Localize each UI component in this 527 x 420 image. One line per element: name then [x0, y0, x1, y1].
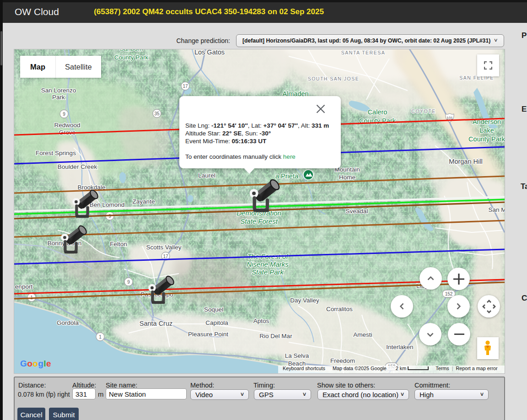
svg-text:Boulder Creek: Boulder Creek [58, 163, 97, 170]
svg-text:Zayante: Zayante [133, 198, 155, 205]
svg-text:Gordola: Gordola [57, 319, 79, 326]
svg-text:a Prieta: a Prieta [275, 172, 299, 180]
svg-text:Forest Springs: Forest Springs [36, 150, 76, 156]
svg-text:State Forest: State Forest [240, 217, 278, 225]
svg-text:Sanborn: Sanborn [119, 49, 143, 52]
svg-text:Lake: Lake [479, 127, 494, 134]
svg-text:Corralitos: Corralitos [326, 306, 353, 312]
svg-text:1: 1 [99, 334, 102, 339]
svg-text:1: 1 [30, 295, 33, 300]
svg-text:Aptos: Aptos [253, 318, 269, 324]
svg-text:Scotts Valley: Scotts Valley [146, 244, 181, 251]
svg-text:Santa Cruz: Santa Cruz [140, 320, 173, 327]
svg-text:9: 9 [127, 280, 130, 285]
svg-text:Freedom: Freedom [330, 357, 355, 364]
svg-text:17: 17 [183, 84, 188, 89]
svg-text:San M: San M [488, 206, 505, 213]
svg-text:Nisene Marks: Nisene Marks [247, 260, 289, 268]
svg-text:enport: enport [15, 283, 33, 290]
svg-text:Pleasure Point: Pleasure Point [188, 331, 228, 338]
svg-text:Los Gatos: Los Gatos [194, 49, 225, 56]
svg-text:Calero: Calero [368, 108, 387, 116]
svg-text:State Park: State Park [252, 268, 285, 276]
svg-text:152: 152 [445, 291, 453, 296]
svg-text:Felton: Felton [110, 241, 127, 248]
svg-text:35: 35 [154, 111, 160, 116]
svg-text:Laurel: Laurel [198, 172, 215, 179]
svg-text:Soquel: Soquel [204, 306, 223, 313]
svg-text:County Park: County Park [114, 54, 149, 61]
svg-text:Ben Lomond: Ben Lomond [90, 201, 125, 208]
svg-text:SOUTH SAN JOSE: SOUTH SAN JOSE [308, 76, 360, 81]
svg-text:Redwood: Redwood [54, 122, 80, 129]
svg-text:County Park: County Park [468, 135, 505, 143]
svg-text:17: 17 [163, 254, 168, 259]
svg-text:Morgan Hill: Morgan Hill [449, 158, 482, 165]
svg-text:La Selva: La Selva [285, 352, 309, 359]
svg-text:SANTA TERESA: SANTA TERESA [341, 50, 385, 55]
svg-text:Park: Park [52, 94, 65, 101]
svg-text:Interlaken: Interlaken [386, 344, 413, 350]
svg-text:Sveadal: Sveadal [346, 208, 368, 215]
svg-text:San Lorenzo: San Lorenzo [41, 87, 76, 94]
svg-text:Rio Del Mar: Rio Del Mar [259, 333, 292, 339]
svg-text:Day Valley: Day Valley [290, 297, 319, 304]
svg-text:Amesti: Amesti [353, 331, 372, 338]
svg-text:9: 9 [63, 112, 65, 117]
svg-text:Capitola: Capitola [205, 319, 228, 326]
svg-text:Home: Home [339, 174, 355, 181]
svg-text:COYOTE: COYOTE [411, 108, 436, 114]
